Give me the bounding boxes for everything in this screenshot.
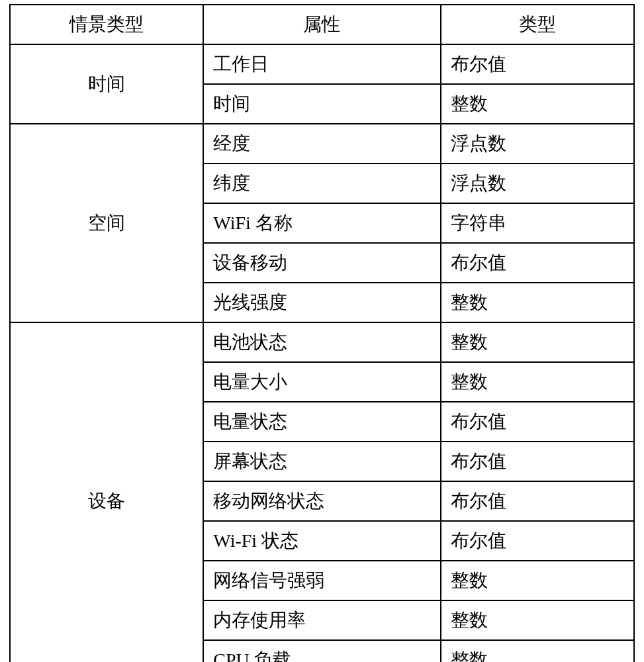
attribute-cell: 网络信号强弱 bbox=[203, 561, 440, 600]
type-cell: 布尔值 bbox=[441, 44, 634, 84]
attribute-cell: 屏幕状态 bbox=[203, 442, 440, 481]
type-cell: 整数 bbox=[441, 84, 634, 124]
type-cell: 字符串 bbox=[441, 203, 634, 243]
type-cell: 整数 bbox=[441, 283, 634, 322]
attribute-cell: 光线强度 bbox=[203, 283, 440, 322]
attribute-cell: 电池状态 bbox=[203, 322, 440, 362]
type-cell: 布尔值 bbox=[441, 442, 634, 481]
type-cell: 浮点数 bbox=[441, 124, 634, 164]
attribute-cell: 工作日 bbox=[203, 44, 440, 84]
category-cell: 空间 bbox=[10, 124, 203, 322]
category-cell: 设备 bbox=[10, 322, 203, 662]
table-header-row: 情景类型 属性 类型 bbox=[10, 5, 634, 44]
type-cell: 整数 bbox=[441, 322, 634, 362]
attribute-cell: WiFi 名称 bbox=[203, 203, 440, 243]
table-row: 时间 工作日 布尔值 bbox=[10, 44, 634, 84]
attribute-cell: CPU 负载 bbox=[203, 640, 440, 662]
type-cell: 布尔值 bbox=[441, 243, 634, 283]
attribute-cell: 设备移动 bbox=[203, 243, 440, 283]
table-container: 情景类型 属性 类型 时间 工作日 布尔值 时间 整数 空间 经度 浮点数 bbox=[9, 4, 635, 662]
type-cell: 整数 bbox=[441, 561, 634, 600]
type-cell: 布尔值 bbox=[441, 521, 634, 561]
table-row: 空间 经度 浮点数 bbox=[10, 124, 634, 164]
attribute-cell: 移动网络状态 bbox=[203, 481, 440, 521]
attribute-cell: Wi-Fi 状态 bbox=[203, 521, 440, 561]
header-category: 情景类型 bbox=[10, 5, 203, 44]
attribute-cell: 电量大小 bbox=[203, 362, 440, 402]
type-cell: 整数 bbox=[441, 362, 634, 402]
table-body: 时间 工作日 布尔值 时间 整数 空间 经度 浮点数 纬度 浮点数 WiFi 名… bbox=[10, 44, 634, 662]
attribute-cell: 时间 bbox=[203, 84, 440, 124]
table-row: 设备 电池状态 整数 bbox=[10, 322, 634, 362]
type-cell: 浮点数 bbox=[441, 164, 634, 203]
attribute-cell: 内存使用率 bbox=[203, 600, 440, 640]
attribute-cell: 纬度 bbox=[203, 164, 440, 203]
type-cell: 布尔值 bbox=[441, 402, 634, 442]
attribute-cell: 经度 bbox=[203, 124, 440, 164]
header-attribute: 属性 bbox=[203, 5, 440, 44]
category-cell: 时间 bbox=[10, 44, 203, 124]
type-cell: 整数 bbox=[441, 600, 634, 640]
type-cell: 整数 bbox=[441, 640, 634, 662]
header-type: 类型 bbox=[441, 5, 634, 44]
attributes-table: 情景类型 属性 类型 时间 工作日 布尔值 时间 整数 空间 经度 浮点数 bbox=[9, 4, 635, 662]
type-cell: 布尔值 bbox=[441, 481, 634, 521]
attribute-cell: 电量状态 bbox=[203, 402, 440, 442]
